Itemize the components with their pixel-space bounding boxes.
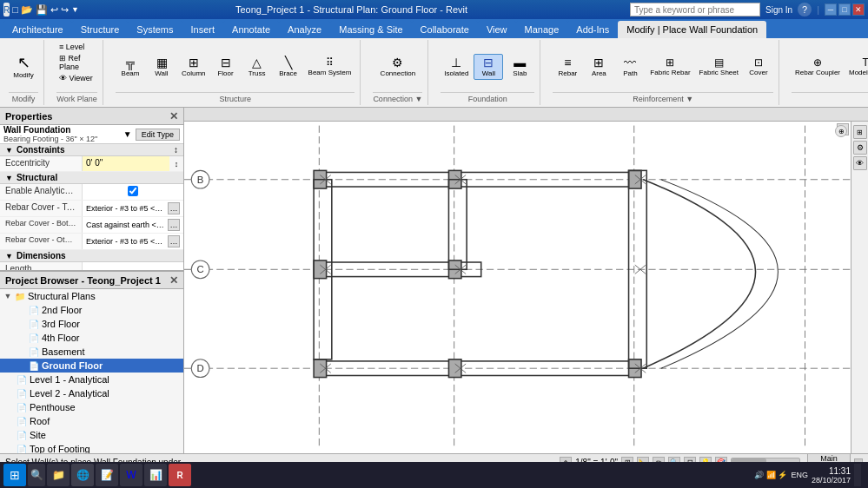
canvas-area[interactable]: B C D [184,108,868,453]
tab-collaborate[interactable]: Collaborate [412,21,478,38]
rebar-coupler-button[interactable]: ⊕ Rebar Coupler [792,56,844,78]
wall-foundation-button[interactable]: ⊟ Wall [474,54,503,80]
rebar-other-btn[interactable]: … [168,235,180,247]
hide-button[interactable]: 👁 [853,156,867,170]
rebar-button[interactable]: ≡ Rebar [553,55,582,79]
tree-penthouse[interactable]: 📄 Penthouse [0,400,183,414]
svg-rect-19 [314,260,326,279]
tree-ground-floor[interactable]: 📄 Ground Floor [0,359,183,373]
tab-architecture[interactable]: Architecture [3,21,72,38]
constraints-toggle[interactable]: ▼ [5,146,13,155]
taskbar-icon-4[interactable]: 📊 [144,464,167,486]
constraints-expand[interactable]: ↕ [174,145,178,155]
type-dropdown-arrow[interactable]: ▼ [123,129,132,139]
sign-in-link[interactable]: Sign In [765,5,792,15]
properties-panel-header: Properties ✕ [0,108,183,125]
fabric-rebar-button[interactable]: ⊞ Fabric Rebar [646,56,693,78]
floor-button[interactable]: ⊟ Floor [211,55,241,79]
tree-top-footing[interactable]: 📄 Top of Footing [0,442,183,453]
project-browser-close-button[interactable]: ✕ [169,274,178,287]
rebar-bottom-btn[interactable]: … [168,219,180,231]
analytical-model-checkbox[interactable] [86,186,180,196]
isolated-button[interactable]: ⊥ Isolated [441,55,472,79]
3rd-floor-toggle [16,318,28,330]
tree-structural-plans[interactable]: ▼ 📁 Structural Plans [0,289,183,303]
dimensions-toggle[interactable]: ▼ [5,252,13,260]
level-btn[interactable]: ≡ Level [56,42,87,52]
show-desktop-btn[interactable] [854,464,861,486]
beam-system-icon: ⠿ [326,57,334,68]
ribbon-group-foundation: ⊥ Isolated ⊟ Wall ▬ Slab Foundation [435,40,540,105]
tab-analyze[interactable]: Analyze [279,21,330,38]
brace-button[interactable]: ╲ Brace [274,55,303,79]
tree-site[interactable]: 📄 Site [0,428,183,442]
taskbar-icon-revit[interactable]: R [169,464,191,486]
qa-open[interactable]: 📂 [21,4,33,16]
tree-3rd-floor[interactable]: 📄 3rd Floor [0,317,183,331]
tab-systems[interactable]: Systems [128,21,182,38]
slab-button[interactable]: ▬ Slab [505,55,534,79]
wall-icon: ▦ [156,56,168,69]
minimize-button[interactable]: ─ [825,3,837,16]
tree-roof[interactable]: 📄 Roof [0,414,183,428]
maximize-button[interactable]: □ [838,3,851,16]
taskbar-icon-3[interactable]: 📝 [96,464,118,486]
modify-button[interactable]: ↖ Modify [9,53,38,81]
column-button[interactable]: ⊞ Column [178,55,209,79]
app-icon: R [3,3,10,16]
taskbar-icon-2[interactable]: 🌐 [71,464,94,486]
column-icon: ⊞ [189,56,199,69]
ground-floor-label: Ground Floor [40,360,103,371]
taskbar-icon-word[interactable]: W [120,464,142,486]
edit-type-button[interactable]: Edit Type [136,129,180,141]
view-settings-button[interactable]: ⚙ [853,141,867,155]
nav-wheel[interactable]: ⊕ [835,125,847,137]
properties-close-button[interactable]: ✕ [169,110,178,122]
connection-button[interactable]: ⚙ Connection [377,55,419,79]
close-button[interactable]: ✕ [852,3,865,16]
area-button[interactable]: ⊞ Area [584,55,613,79]
path-button[interactable]: 〰 Path [615,55,645,79]
tree-2nd-floor[interactable]: 📄 2nd Floor [0,303,183,317]
structural-plans-toggle[interactable]: ▼ [2,290,14,302]
qa-redo[interactable]: ↪ [61,4,69,16]
help-icon[interactable]: ? [798,3,812,16]
tab-structure[interactable]: Structure [72,21,129,38]
rebar-top-btn[interactable]: … [168,202,180,214]
start-button[interactable]: ⊞ [3,464,26,486]
tree-basement[interactable]: 📄 Basement [0,345,183,359]
tab-insert[interactable]: Insert [182,21,224,38]
tab-view[interactable]: View [478,21,516,38]
tab-annotate[interactable]: Annotate [223,21,279,38]
tree-level2-analytical[interactable]: 📄 Level 2 - Analytical [0,386,183,400]
wall-button[interactable]: ▦ Wall [147,55,176,79]
fabric-sheet-button[interactable]: ▤ Fabric Sheet [696,56,742,78]
search-taskbar-btn[interactable]: 🔍 [28,464,45,486]
ribbon: ↖ Modify Modify ≡ Level ⊞ Ref Plane 👁 Vi… [0,38,868,108]
tree-level1-analytical[interactable]: 📄 Level 1 - Analytical [0,373,183,386]
beam-button[interactable]: ╦ Beam [116,55,145,79]
qa-undo[interactable]: ↩ [50,4,58,16]
tab-manage[interactable]: Manage [516,21,568,38]
search-input[interactable] [630,3,760,16]
eccentricity-value[interactable] [83,156,169,171]
zoom-full-button[interactable]: ⊞ [853,125,867,139]
ref-plane-btn[interactable]: ⊞ Ref Plane [56,53,97,72]
taskbar-icon-1[interactable]: 📁 [47,464,70,486]
rebar-cover-button[interactable]: ⊡ Cover [744,56,773,78]
model-text-button[interactable]: T Model Text [845,56,868,78]
truss-button[interactable]: △ Truss [242,55,272,79]
tab-addins[interactable]: Add-Ins [567,21,618,38]
eccentricity-input[interactable] [86,158,166,168]
beam-system-button[interactable]: ⠿ Beam System [305,56,355,78]
qa-new[interactable]: □ [12,4,18,15]
eccentricity-expand-btn[interactable]: ↕ [169,156,183,171]
rebar-top-text: Exterior - #3 to #5 <0' 1... [86,204,166,213]
tab-modify-place[interactable]: Modify | Place Wall Foundation [618,21,766,38]
tree-4th-floor[interactable]: 📄 4th Floor [0,331,183,345]
tab-massing[interactable]: Massing & Site [330,21,411,38]
modify-group-label: Modify [9,92,38,103]
structural-toggle[interactable]: ▼ [5,174,13,182]
qa-save[interactable]: 💾 [36,4,48,16]
viewer-btn[interactable]: 👁 Viewer [56,73,96,83]
